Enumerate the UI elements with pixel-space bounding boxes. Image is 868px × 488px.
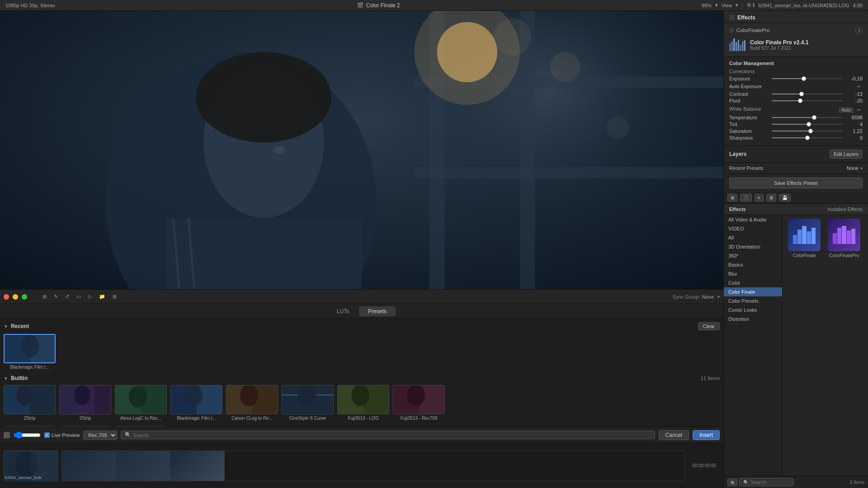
sidebar-item-color[interactable]: Color xyxy=(724,278,782,287)
timeline-clip-thumb[interactable]: 62841_woman_look xyxy=(4,450,58,481)
builtin-thumb-4[interactable] xyxy=(226,385,278,414)
cfp-section: ColorFinalePro ℹ Color Finale Pro v2.4.1 xyxy=(724,23,868,57)
svg-point-28 xyxy=(74,385,90,405)
builtin-thumb-2[interactable] xyxy=(115,385,167,414)
minimize-btn[interactable] xyxy=(13,294,18,300)
builtin-thumb-1[interactable] xyxy=(59,385,111,414)
effects-toolbar-btn-3[interactable]: ≡ xyxy=(755,194,764,202)
tint-slider[interactable] xyxy=(772,124,843,125)
builtin-item-4[interactable]: Canon CLog to Re... xyxy=(226,385,278,421)
cancel-button[interactable]: Cancel xyxy=(659,430,689,440)
playhead-slider[interactable] xyxy=(14,432,41,439)
rec-select[interactable]: Rec.709 xyxy=(83,431,117,440)
recent-item-0[interactable]: Blackmagic Film t... xyxy=(4,334,56,370)
effects-toolbar-btn-1[interactable]: ⊞ xyxy=(727,194,737,202)
collapse-arrow-recent[interactable]: ▼ xyxy=(4,324,8,329)
builtin-item-3[interactable]: Blackmagic Film t... xyxy=(170,385,222,421)
tab-luts[interactable]: LUTs xyxy=(328,306,358,316)
toolbar-btn-1[interactable]: ⊞ xyxy=(40,292,49,301)
timeline-strip[interactable] xyxy=(61,450,685,481)
view-menu[interactable]: View xyxy=(722,3,732,8)
saturation-slider[interactable] xyxy=(772,131,843,131)
sidebar-item-all-video[interactable]: All Video & Audio xyxy=(724,215,782,224)
collapse-arrow-builtin[interactable]: ▼ xyxy=(4,376,8,381)
toolbar-btn-7[interactable]: ⊞ xyxy=(110,292,119,301)
temperature-slider[interactable] xyxy=(772,117,843,118)
auto-exposure-label: Auto Exposure xyxy=(729,84,770,89)
tint-label: Tint xyxy=(729,122,770,127)
toolbar-btn-5[interactable]: ▷ xyxy=(85,292,94,301)
builtin-item-1[interactable]: 3Strip xyxy=(59,385,111,421)
svg-point-17 xyxy=(494,18,531,56)
builtin-item-5[interactable]: CineStyle S Curve xyxy=(282,385,334,421)
close-btn[interactable] xyxy=(4,294,9,300)
maximize-btn[interactable] xyxy=(22,294,27,300)
sidebar-item-distortion[interactable]: Distortion xyxy=(724,314,782,324)
builtin-item-6[interactable]: Fuji3513 - LOG xyxy=(337,385,389,421)
clear-button[interactable]: Clear xyxy=(698,322,720,330)
main-area: ⊞ ✎ ↺ ▭ ▷ 📁 ⊞ Sync Group: None ▾ LUTs Pr… xyxy=(0,11,868,488)
effects-toolbar-btn-2[interactable]: 🎵 xyxy=(740,194,752,202)
builtin-item-10[interactable] xyxy=(115,426,167,427)
effects-search-input[interactable] xyxy=(750,479,813,485)
effect-item-colorfinale-pro[interactable]: ColorFinalePro xyxy=(826,219,862,258)
browser-content: ▼ Recent Clear xyxy=(0,319,723,427)
cfp-checkbox[interactable] xyxy=(729,28,734,33)
sidebar-item-comic-looks[interactable]: Comic Looks xyxy=(724,305,782,314)
builtin-thumb-0[interactable] xyxy=(4,385,56,414)
effect-thumb-colorffinale[interactable] xyxy=(788,219,821,251)
sharpness-label: Sharpness xyxy=(729,135,770,141)
effects-toolbar-btn-5[interactable]: 💾 xyxy=(779,194,791,202)
builtin-thumb-3[interactable] xyxy=(170,385,222,414)
toolbar-btn-2[interactable]: ✎ xyxy=(51,292,61,301)
sharpness-slider[interactable] xyxy=(772,137,843,138)
browser-tabs: LUTs Presets xyxy=(0,304,723,319)
search-input[interactable] xyxy=(133,432,651,438)
playhead-control[interactable] xyxy=(4,432,10,438)
builtin-item-7[interactable]: Fuji3513 - Rec709 xyxy=(393,385,445,421)
builtin-item-0[interactable]: 2Strip xyxy=(4,385,56,421)
cfp-info-btn[interactable]: ℹ xyxy=(855,27,863,34)
sidebar-item-360[interactable]: 360° xyxy=(724,251,782,260)
toolbar-btn-4[interactable]: ▭ xyxy=(74,292,84,301)
effect-item-colorffinale[interactable]: ColorFinale xyxy=(786,219,822,258)
toolbar-btn-6[interactable]: 📁 xyxy=(96,292,108,301)
builtin-item-2[interactable]: Alexa LogC to Rec... xyxy=(115,385,167,421)
contrast-slider[interactable] xyxy=(772,94,843,94)
recent-thumb-0[interactable] xyxy=(4,334,56,363)
pivot-slider[interactable] xyxy=(772,100,843,101)
builtin-item-8[interactable] xyxy=(4,426,56,427)
builtin-thumb-6[interactable] xyxy=(337,385,389,414)
timeline-frame-0 xyxy=(62,451,116,481)
exposure-slider[interactable] xyxy=(772,78,843,79)
effect-thumb-colorfinale-pro[interactable] xyxy=(828,219,860,251)
effects-bottom-header: Effects Installed Effects xyxy=(724,204,868,215)
resolution-label: 1080p HD 30p, Stereo xyxy=(5,3,55,8)
sidebar-item-basics[interactable]: Basics xyxy=(724,260,782,269)
sidebar-item-color-finale[interactable]: Color Finale xyxy=(724,287,782,296)
sidebar-item-all[interactable]: All xyxy=(724,233,782,242)
sidebar-item-blur[interactable]: Blur xyxy=(724,269,782,278)
insert-button[interactable]: Insert xyxy=(693,430,720,440)
effects-footer-btn-1[interactable]: ⊞ xyxy=(727,479,737,486)
edit-layers-button[interactable]: Edit Layers xyxy=(830,150,863,159)
builtin-thumb-8[interactable] xyxy=(4,426,56,427)
builtin-thumb-7[interactable] xyxy=(393,385,445,414)
sidebar-item-3d[interactable]: 3D Orientation xyxy=(724,242,782,251)
auto-exposure-edit[interactable]: ✏ xyxy=(855,83,863,90)
live-preview-checkbox[interactable]: ✓ xyxy=(44,432,50,438)
effects-toolbar-btn-4[interactable]: ⊞ xyxy=(766,194,776,202)
builtin-thumb-9[interactable] xyxy=(59,426,111,427)
recent-section-header: ▼ Recent Clear xyxy=(4,322,720,330)
save-effects-preset-button[interactable]: Save Effects Preset xyxy=(729,178,863,188)
sidebar-item-color-presets[interactable]: Color Presets xyxy=(724,296,782,305)
toolbar-btn-3[interactable]: ↺ xyxy=(62,292,72,301)
builtin-thumb-5[interactable] xyxy=(282,385,334,414)
effects-checkbox[interactable] xyxy=(729,15,735,20)
sidebar-item-video[interactable]: VIDEO xyxy=(724,224,782,233)
builtin-thumb-10[interactable] xyxy=(115,426,167,427)
tab-presets[interactable]: Presets xyxy=(359,306,396,316)
white-balance-edit[interactable]: ✏ xyxy=(855,106,863,113)
svg-point-16 xyxy=(607,116,629,139)
builtin-item-9[interactable] xyxy=(59,426,111,427)
